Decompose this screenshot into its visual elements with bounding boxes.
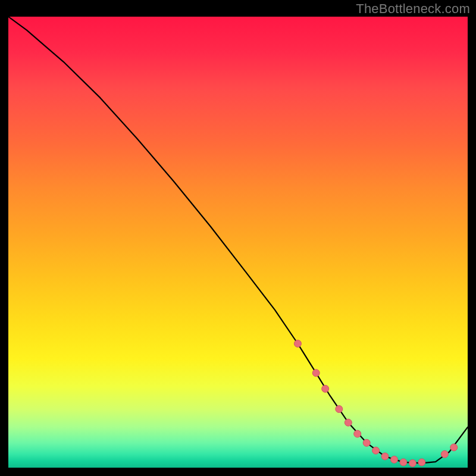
curve-dot <box>363 439 370 446</box>
chart-frame: TheBottleneck.com <box>0 0 476 476</box>
curve-dot <box>391 456 398 463</box>
chart-svg <box>8 17 468 468</box>
curve-dot <box>400 459 407 466</box>
curve-dot <box>409 459 416 466</box>
curve-dot <box>312 369 320 377</box>
curve-dot <box>450 444 458 451</box>
bottleneck-curve <box>8 17 468 463</box>
curve-dot <box>345 419 352 426</box>
curve-dot <box>322 385 329 392</box>
curve-dot <box>381 453 389 460</box>
curve-dots <box>294 340 457 467</box>
curve-dot <box>441 450 448 458</box>
watermark-label: TheBottleneck.com <box>356 1 470 17</box>
curve-dot <box>418 459 425 466</box>
curve-dot <box>372 447 380 454</box>
curve-dot <box>354 430 361 437</box>
curve-dot <box>294 340 301 347</box>
curve-dot <box>336 406 343 413</box>
plot-area <box>8 17 468 468</box>
